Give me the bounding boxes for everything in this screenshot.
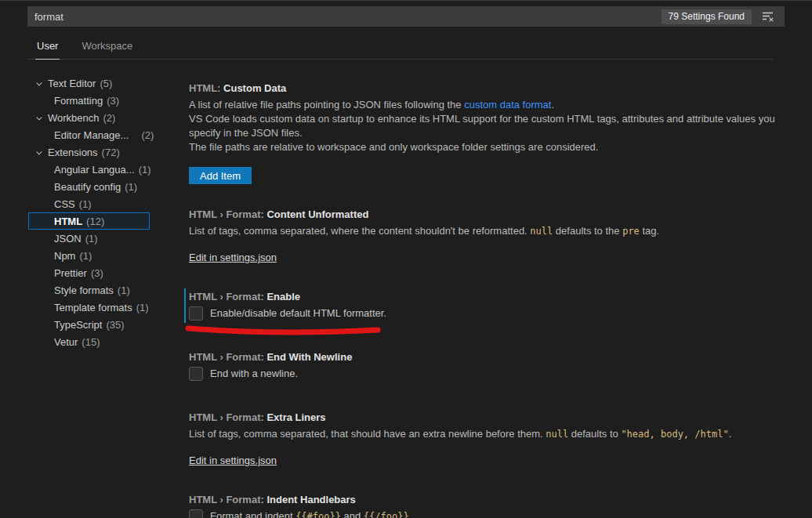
setting-category-prefix: HTML › Format: [189,291,266,302]
tree-item-label: Workbench [48,112,100,124]
filter-clear-icon[interactable] [759,9,777,24]
tree-item-count: (1) [79,198,92,210]
settings-count-badge: 79 Settings Found [662,9,752,24]
text-segment: VS Code loads custom data on startup to … [189,113,775,139]
setting-description: A list of relative file paths pointing t… [189,98,785,154]
setting-category-prefix: HTML › Format: [189,208,266,220]
sidebar-item-template-formats[interactable]: Template formats(1) [28,299,150,316]
search-input[interactable] [34,11,662,23]
setting-enable: HTML › Format: EnableEnable/disable defa… [183,290,788,321]
tree-item-count: (1) [85,233,98,245]
tree-item-label: JSON [54,233,82,245]
sidebar-item-vetur[interactable]: Vetur(15) [28,333,150,350]
text-segment: Enable/disable default HTML formatter. [210,307,386,319]
sidebar-item-html[interactable]: HTML(12) [28,212,150,230]
text-segment: and [341,510,364,518]
tree-item-count: (1) [125,181,137,193]
checkbox-indent-handlebars[interactable] [189,509,203,518]
sidebar-item-beautify-config[interactable]: Beautify config(1) [28,178,150,195]
description-line: List of tags, comma separated, that shou… [189,427,785,441]
tree-item-label: Template formats [54,302,132,313]
inline-doc-link[interactable]: custom data format [464,99,551,110]
tree-item-label: Beautify config [54,181,121,193]
setting-name: Enable [266,291,300,302]
chevron-down-icon [34,114,44,123]
settings-list: HTML: Custom DataA list of relative file… [176,60,812,516]
sidebar-item-css[interactable]: CSS(1) [28,195,150,212]
tree-item-count: (1) [136,302,149,313]
setting-title: HTML › Format: End With Newline [189,350,788,364]
chevron-down-icon [34,148,44,158]
setting-category-prefix: HTML: [189,82,223,94]
sidebar-item-npm[interactable]: Npm(1) [28,247,150,264]
tree-item-label: Editor Manage... [54,129,129,141]
tree-item-count: (3) [91,267,103,279]
description-line: The file paths are relative to workspace… [189,140,785,154]
edit-in-settings-json-link[interactable]: Edit in settings.json [189,251,277,265]
setting-title: HTML › Format: Content Unformatted [189,208,788,222]
sidebar-item-editor-manage[interactable]: Editor Manage...(2) [28,126,150,143]
add-item-button[interactable]: Add Item [189,167,252,184]
settings-search-header: 79 Settings Found [0,1,812,27]
sidebar-item-formatting[interactable]: Formatting(3) [28,92,150,109]
setting-indent-handlebars: HTML › Format: Indent HandlebarsFormat a… [183,493,788,518]
text-segment: The file paths are relative to workspace… [189,141,598,153]
tree-item-count: (3) [107,95,119,107]
sidebar-item-style-formats[interactable]: Style formats(1) [28,281,150,299]
setting-extra-liners: HTML › Format: Extra LinersList of tags,… [183,411,788,468]
text-segment: defaults to the [553,225,622,237]
code-snippet: {{/foo}} [364,511,409,518]
tree-item-count: (12) [86,216,104,227]
setting-name: End With Newline [266,351,352,363]
setting-category-prefix: HTML › Format: [189,494,266,505]
checkbox-enable[interactable] [189,306,203,321]
tree-item-label: Vetur [54,336,78,348]
scope-tabs: UserWorkspace [27,34,773,60]
sidebar-item-extensions[interactable]: Extensions(72) [28,143,150,161]
tree-item-label: Prettier [54,267,87,279]
setting-name: Custom Data [223,82,286,94]
text-segment: . [551,99,554,110]
checkbox-label: Enable/disable default HTML formatter. [210,306,386,321]
tree-item-label: Text Editor [48,78,96,89]
code-snippet: "head, body, /html" [621,429,728,440]
tree-item-label: Formatting [54,95,103,107]
red-underline-annotation [184,324,382,340]
tree-item-label: Npm [54,250,75,262]
tree-item-label: Style formats [54,284,114,296]
code-snippet: pre [622,226,640,237]
text-segment: List of tags, comma separated, where the… [189,225,530,237]
setting-name: Extra Liners [266,411,325,423]
setting-description: List of tags, comma separated, that shou… [189,427,785,441]
sidebar-item-json[interactable]: JSON(1) [28,230,150,247]
code-snippet: {{#foo}} [295,511,341,518]
settings-tree-sidebar: Text Editor(5)Formatting(3)Workbench(2)E… [0,60,176,516]
text-segment: Format and indent [210,510,295,518]
tree-item-label: CSS [54,198,75,210]
setting-name: Content Unformatted [266,208,368,220]
tree-item-count: (1) [79,250,92,262]
tab-workspace[interactable]: Workspace [80,34,134,60]
sidebar-item-workbench[interactable]: Workbench(2) [28,109,150,126]
tree-item-count: (1) [118,284,130,296]
tree-item-count: (2) [141,129,154,141]
tab-user[interactable]: User [35,34,60,60]
text-segment: . [409,510,412,518]
search-bar[interactable]: 79 Settings Found [27,6,785,27]
text-segment: tag. [640,225,659,237]
checkbox-label: End with a newline. [210,367,298,381]
sidebar-item-prettier[interactable]: Prettier(3) [28,264,150,281]
description-line: A list of relative file paths pointing t… [189,98,785,112]
sidebar-item-text-editor[interactable]: Text Editor(5) [28,74,150,92]
edit-in-settings-json-link[interactable]: Edit in settings.json [189,454,277,468]
sidebar-item-angular-langua[interactable]: Angular Langua...(1) [28,161,150,178]
tree-item-count: (2) [103,112,116,124]
sidebar-item-typescript[interactable]: TypeScript(35) [28,316,150,333]
chevron-down-icon [34,79,44,89]
setting-category-prefix: HTML › Format: [189,351,266,363]
checkbox-end-with-newline[interactable] [189,367,203,381]
tree-item-label: Angular Langua... [54,164,135,176]
setting-custom-data: HTML: Custom DataA list of relative file… [183,82,788,184]
code-snippet: null [530,226,553,237]
text-segment: List of tags, comma separated, that shou… [189,428,546,440]
